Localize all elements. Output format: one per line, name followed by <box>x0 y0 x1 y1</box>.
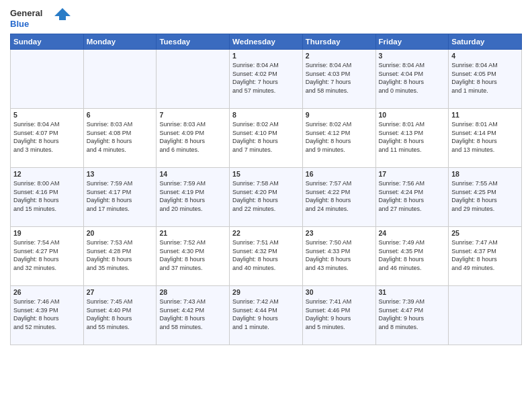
calendar-cell: 5Sunrise: 8:04 AM Sunset: 4:07 PM Daylig… <box>11 109 84 168</box>
day-info: Sunrise: 8:00 AM Sunset: 4:16 PM Dayligh… <box>13 179 81 213</box>
calendar-cell: 20Sunrise: 7:53 AM Sunset: 4:28 PM Dayli… <box>83 227 157 286</box>
day-info: Sunrise: 7:53 AM Sunset: 4:28 PM Dayligh… <box>87 238 154 272</box>
day-info: Sunrise: 8:02 AM Sunset: 4:10 PM Dayligh… <box>232 120 300 154</box>
calendar-cell: 3Sunrise: 8:04 AM Sunset: 4:04 PM Daylig… <box>375 50 449 109</box>
day-number: 4 <box>451 52 519 60</box>
day-number: 20 <box>87 229 154 237</box>
day-number: 18 <box>451 170 519 178</box>
day-info: Sunrise: 7:46 AM Sunset: 4:39 PM Dayligh… <box>13 298 81 331</box>
calendar-cell: 26Sunrise: 7:46 AM Sunset: 4:39 PM Dayli… <box>11 286 84 345</box>
calendar-cell <box>157 50 230 109</box>
calendar-cell: 4Sunrise: 8:04 AM Sunset: 4:05 PM Daylig… <box>449 50 522 109</box>
calendar-cell: 21Sunrise: 7:52 AM Sunset: 4:30 PM Dayli… <box>157 227 230 286</box>
day-number: 15 <box>232 170 300 178</box>
weekday-header-wednesday: Wednesday <box>230 34 303 50</box>
day-number: 7 <box>159 111 226 119</box>
calendar-cell: 2Sunrise: 8:04 AM Sunset: 4:03 PM Daylig… <box>302 50 375 109</box>
day-info: Sunrise: 8:02 AM Sunset: 4:12 PM Dayligh… <box>306 120 373 154</box>
day-info: Sunrise: 7:59 AM Sunset: 4:17 PM Dayligh… <box>87 179 154 213</box>
day-info: Sunrise: 8:03 AM Sunset: 4:09 PM Dayligh… <box>159 120 226 154</box>
day-info: Sunrise: 8:04 AM Sunset: 4:07 PM Dayligh… <box>13 120 81 154</box>
weekday-header-saturday: Saturday <box>449 34 522 50</box>
day-number: 27 <box>87 288 154 296</box>
day-number: 1 <box>232 52 300 60</box>
calendar-cell: 9Sunrise: 8:02 AM Sunset: 4:12 PM Daylig… <box>302 109 375 168</box>
calendar-header: SundayMondayTuesdayWednesdayThursdayFrid… <box>11 34 522 50</box>
calendar-cell: 29Sunrise: 7:42 AM Sunset: 4:44 PM Dayli… <box>230 286 303 345</box>
calendar-cell: 7Sunrise: 8:03 AM Sunset: 4:09 PM Daylig… <box>157 109 230 168</box>
calendar-cell: 23Sunrise: 7:50 AM Sunset: 4:33 PM Dayli… <box>302 227 375 286</box>
day-info: Sunrise: 7:52 AM Sunset: 4:30 PM Dayligh… <box>159 238 226 272</box>
calendar-cell: 15Sunrise: 7:58 AM Sunset: 4:20 PM Dayli… <box>230 168 303 227</box>
day-number: 19 <box>13 229 81 237</box>
day-info: Sunrise: 7:42 AM Sunset: 4:44 PM Dayligh… <box>232 298 300 331</box>
day-number: 22 <box>232 229 300 237</box>
day-number: 31 <box>379 288 446 296</box>
weekday-header-sunday: Sunday <box>11 34 84 50</box>
day-number: 13 <box>87 170 154 178</box>
day-number: 12 <box>13 170 81 178</box>
calendar-week-4: 19Sunrise: 7:54 AM Sunset: 4:27 PM Dayli… <box>11 227 522 286</box>
day-info: Sunrise: 7:55 AM Sunset: 4:25 PM Dayligh… <box>451 179 519 213</box>
calendar-week-3: 12Sunrise: 8:00 AM Sunset: 4:16 PM Dayli… <box>11 168 522 227</box>
day-info: Sunrise: 7:51 AM Sunset: 4:32 PM Dayligh… <box>232 238 300 272</box>
calendar-cell: 16Sunrise: 7:57 AM Sunset: 4:22 PM Dayli… <box>302 168 375 227</box>
day-number: 5 <box>13 111 81 119</box>
day-number: 30 <box>306 288 373 296</box>
weekday-header-friday: Friday <box>375 34 449 50</box>
day-number: 6 <box>87 111 154 119</box>
svg-marker-1 <box>54 8 71 20</box>
day-info: Sunrise: 7:49 AM Sunset: 4:35 PM Dayligh… <box>379 238 446 272</box>
day-info: Sunrise: 7:57 AM Sunset: 4:22 PM Dayligh… <box>306 179 373 213</box>
day-info: Sunrise: 8:04 AM Sunset: 4:05 PM Dayligh… <box>451 61 519 95</box>
day-number: 2 <box>306 52 373 60</box>
calendar-cell: 1Sunrise: 8:04 AM Sunset: 4:02 PM Daylig… <box>230 50 303 109</box>
calendar-cell: 12Sunrise: 8:00 AM Sunset: 4:16 PM Dayli… <box>11 168 84 227</box>
calendar-cell: 8Sunrise: 8:02 AM Sunset: 4:10 PM Daylig… <box>230 109 303 168</box>
day-number: 26 <box>13 288 81 296</box>
day-info: Sunrise: 8:01 AM Sunset: 4:14 PM Dayligh… <box>451 120 519 154</box>
calendar-cell: 17Sunrise: 7:56 AM Sunset: 4:24 PM Dayli… <box>375 168 449 227</box>
logo: General Blue <box>10 7 71 30</box>
day-info: Sunrise: 7:45 AM Sunset: 4:40 PM Dayligh… <box>87 298 154 331</box>
calendar-cell <box>449 286 522 345</box>
day-number: 24 <box>379 229 446 237</box>
day-number: 10 <box>379 111 446 119</box>
calendar-table: SundayMondayTuesdayWednesdayThursdayFrid… <box>10 34 522 345</box>
day-info: Sunrise: 7:59 AM Sunset: 4:19 PM Dayligh… <box>159 179 226 213</box>
day-info: Sunrise: 8:03 AM Sunset: 4:08 PM Dayligh… <box>87 120 154 154</box>
calendar-cell: 11Sunrise: 8:01 AM Sunset: 4:14 PM Dayli… <box>449 109 522 168</box>
calendar-cell: 28Sunrise: 7:43 AM Sunset: 4:42 PM Dayli… <box>157 286 230 345</box>
calendar-cell: 25Sunrise: 7:47 AM Sunset: 4:37 PM Dayli… <box>449 227 522 286</box>
svg-text:Blue: Blue <box>10 19 29 29</box>
weekday-header-thursday: Thursday <box>302 34 375 50</box>
calendar-cell: 31Sunrise: 7:39 AM Sunset: 4:47 PM Dayli… <box>375 286 449 345</box>
day-number: 28 <box>159 288 226 296</box>
calendar-cell: 24Sunrise: 7:49 AM Sunset: 4:35 PM Dayli… <box>375 227 449 286</box>
day-number: 9 <box>306 111 373 119</box>
svg-text:General: General <box>10 8 42 18</box>
calendar-week-5: 26Sunrise: 7:46 AM Sunset: 4:39 PM Dayli… <box>11 286 522 345</box>
day-number: 8 <box>232 111 300 119</box>
calendar-cell <box>11 50 84 109</box>
day-number: 23 <box>306 229 373 237</box>
day-number: 11 <box>451 111 519 119</box>
calendar-cell: 10Sunrise: 8:01 AM Sunset: 4:13 PM Dayli… <box>375 109 449 168</box>
calendar-cell <box>83 50 157 109</box>
day-info: Sunrise: 7:47 AM Sunset: 4:37 PM Dayligh… <box>451 238 519 272</box>
day-info: Sunrise: 7:39 AM Sunset: 4:47 PM Dayligh… <box>379 298 446 331</box>
calendar-cell: 27Sunrise: 7:45 AM Sunset: 4:40 PM Dayli… <box>83 286 157 345</box>
day-number: 17 <box>379 170 446 178</box>
day-info: Sunrise: 8:01 AM Sunset: 4:13 PM Dayligh… <box>379 120 446 154</box>
day-info: Sunrise: 7:43 AM Sunset: 4:42 PM Dayligh… <box>159 298 226 331</box>
calendar-cell: 6Sunrise: 8:03 AM Sunset: 4:08 PM Daylig… <box>83 109 157 168</box>
calendar-cell: 14Sunrise: 7:59 AM Sunset: 4:19 PM Dayli… <box>157 168 230 227</box>
day-number: 16 <box>306 170 373 178</box>
day-number: 21 <box>159 229 226 237</box>
calendar-cell: 22Sunrise: 7:51 AM Sunset: 4:32 PM Dayli… <box>230 227 303 286</box>
day-number: 29 <box>232 288 300 296</box>
day-info: Sunrise: 8:04 AM Sunset: 4:03 PM Dayligh… <box>306 61 373 95</box>
calendar-week-1: 1Sunrise: 8:04 AM Sunset: 4:02 PM Daylig… <box>11 50 522 109</box>
calendar-week-2: 5Sunrise: 8:04 AM Sunset: 4:07 PM Daylig… <box>11 109 522 168</box>
calendar-cell: 18Sunrise: 7:55 AM Sunset: 4:25 PM Dayli… <box>449 168 522 227</box>
